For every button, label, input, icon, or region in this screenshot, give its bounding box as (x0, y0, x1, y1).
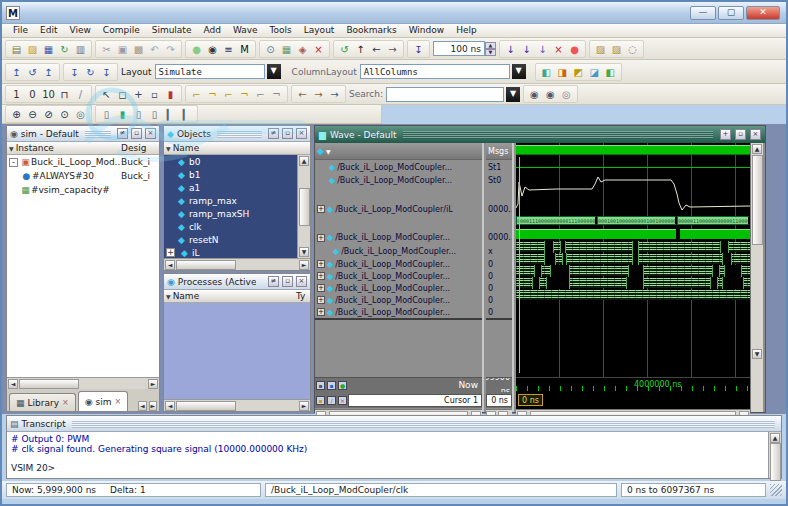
layout-reset-icon[interactable]: ◩ (571, 65, 586, 79)
menu-wave[interactable]: Wave (228, 24, 263, 37)
zoom-cursor-icon[interactable]: ⊙ (57, 107, 72, 121)
menu-tools[interactable]: Tools (265, 24, 297, 37)
layout-dropdown-icon[interactable]: ▼ (267, 64, 281, 79)
scroll-up-icon[interactable]: ▲ (770, 433, 780, 443)
copy-icon[interactable]: ▣ (115, 42, 130, 56)
modelsim-icon[interactable]: M (237, 42, 252, 56)
new-file-icon[interactable]: ▤ (9, 42, 24, 56)
run-next-icon[interactable]: ↓ (535, 42, 550, 56)
open-icon[interactable]: ▨ (25, 42, 40, 56)
scroll-down-icon[interactable]: ▼ (299, 247, 309, 257)
processes-panel-header[interactable]: ◉ Processes (Active) ≠ ▫ × (164, 274, 310, 290)
collapse-up-icon[interactable]: ↥ (9, 65, 24, 79)
launch-icon[interactable]: ● (189, 42, 204, 56)
restart-icon[interactable]: ↺ (337, 42, 352, 56)
zoom-range-icon[interactable]: ◎ (73, 107, 88, 121)
wave-paste-icon[interactable]: ▯ (147, 107, 162, 121)
columnlayout-select[interactable]: AllColumns (360, 64, 510, 79)
print-icon[interactable]: ▥ (73, 42, 88, 56)
expand-icon[interactable]: + (317, 308, 325, 316)
objects-vscrollbar[interactable]: ▲▼ (297, 155, 310, 258)
expand-down-icon[interactable]: ↧ (99, 65, 114, 79)
compile-history-icon[interactable]: ⊙ (263, 42, 278, 56)
dock-icon[interactable]: + (720, 129, 731, 140)
delete-cursor-icon[interactable]: × (338, 396, 347, 405)
scroll-right-icon[interactable]: ► (299, 260, 309, 270)
expand-icon[interactable]: + (317, 296, 325, 304)
wave-row-value[interactable]: St1 (486, 160, 512, 174)
layout-all-icon[interactable]: ◧ (603, 65, 618, 79)
run-length-spinner[interactable]: 100 ns ▲▼ (433, 41, 496, 57)
undock-icon[interactable]: ▫ (282, 276, 293, 287)
force-0-icon[interactable]: 0 (25, 87, 40, 101)
group-dropdown-icon[interactable]: ▼ (326, 148, 331, 155)
continue-run-icon[interactable]: ↓ (519, 42, 534, 56)
delete-cursor-icon[interactable]: ¬ (205, 87, 220, 101)
find-icon[interactable]: ◉ (205, 42, 220, 56)
snapshot-icon[interactable]: ▪ (327, 381, 336, 390)
cut-icon[interactable]: ✂ (99, 42, 114, 56)
scroll-up-icon[interactable]: ▲ (299, 156, 309, 166)
processes-column-headers[interactable]: ▼ Name Ty (164, 290, 310, 303)
compile-all-icon[interactable]: ▦ (279, 42, 294, 56)
panel-grip[interactable] (72, 420, 775, 428)
cursor-name-cell[interactable]: Cursor 1 (348, 394, 482, 407)
scroll-right-icon[interactable]: ► (299, 401, 309, 411)
menu-window[interactable]: Window (404, 24, 450, 37)
layout-select[interactable]: Simulate (155, 64, 265, 79)
filter-icon[interactable]: ▼ (9, 145, 14, 152)
find-next-icon[interactable]: ◉ (527, 87, 542, 101)
undock-icon[interactable]: ▫ (282, 128, 293, 139)
paste-icon[interactable]: ▩ (131, 42, 146, 56)
column-name[interactable]: Name (173, 143, 310, 153)
simulate-icon[interactable]: ◈ (295, 42, 310, 56)
undock-icon[interactable]: ▫ (131, 128, 142, 139)
layout-configure-icon[interactable]: ◪ (587, 65, 602, 79)
scroll-right-icon[interactable]: ► (148, 379, 158, 389)
expand-icon[interactable]: + (317, 284, 325, 292)
spin-down-icon[interactable]: ▼ (485, 49, 496, 56)
tab-library[interactable]: ▦Library× (9, 393, 76, 411)
column-name[interactable]: Name (173, 291, 294, 301)
filter-icon[interactable]: ▼ (166, 293, 171, 300)
zoom-in-icon[interactable]: ⊕ (9, 107, 24, 121)
run-all-icon[interactable]: ↑ (353, 42, 368, 56)
wave-insert-icon[interactable]: ▎ (163, 107, 178, 121)
transcript-header[interactable]: ▤ Transcript (7, 416, 781, 432)
search-dropdown-icon[interactable]: ▼ (506, 87, 520, 102)
run-length-value[interactable]: 100 ns (433, 41, 485, 56)
menu-layout[interactable]: Layout (299, 24, 340, 37)
dock-icon[interactable]: ≠ (268, 276, 279, 287)
expand-icon[interactable]: + (317, 205, 325, 213)
column-design[interactable]: Desig (121, 143, 159, 153)
swap-down-icon[interactable]: ↻ (83, 65, 98, 79)
active-cursor-icon[interactable]: ● (338, 381, 347, 390)
force-10-icon[interactable]: 10 (41, 87, 56, 101)
wave-canvas[interactable]: 0000111000000000011100000000010010000000… (516, 143, 750, 412)
wave-row-name[interactable]: +◆/Buck_iL_Loop_ModCoupler... (315, 258, 482, 270)
close-button[interactable]: ✕ (746, 6, 780, 20)
wave-row-name[interactable]: +◆/Buck_iL_Loop_ModCoupler... (315, 231, 482, 244)
spinner-arrows[interactable]: ▲▼ (485, 42, 496, 56)
columnlayout-dropdown-icon[interactable]: ▼ (512, 64, 526, 79)
force-clock-icon[interactable]: ⊓ (57, 87, 72, 101)
menu-file[interactable]: File (8, 24, 33, 37)
spin-up-icon[interactable]: ▲ (485, 42, 496, 49)
tree-row[interactable]: -▣Buck_iL_Loop_Mod...Buck_i (7, 155, 159, 169)
processes-hscrollbar[interactable]: ◄► (164, 399, 310, 411)
wave-copy-icon[interactable]: ▯ (131, 107, 146, 121)
menu-compile[interactable]: Compile (98, 24, 145, 37)
wave-row-value[interactable]: 0 (486, 270, 512, 282)
restore-state-icon[interactable]: ▨ (609, 42, 624, 56)
window-titlebar[interactable]: M — ▢ ✕ (2, 2, 786, 24)
stop-light-icon[interactable]: ▮ (163, 87, 178, 101)
objects-item[interactable]: ◆ramp_maxSH (164, 207, 310, 220)
undock-icon[interactable]: ▫ (735, 129, 746, 140)
scroll-left-icon[interactable]: ◄ (165, 401, 175, 411)
objects-item[interactable]: ◆b0 (164, 155, 310, 168)
scroll-thumb[interactable] (176, 401, 236, 411)
wave-row-value[interactable]: 0000... (486, 187, 512, 231)
tree-row[interactable]: ●#ALWAYS#30Buck_i (7, 169, 159, 183)
column-type[interactable]: Ty (296, 291, 310, 301)
end-simulation-icon[interactable]: × (311, 42, 326, 56)
